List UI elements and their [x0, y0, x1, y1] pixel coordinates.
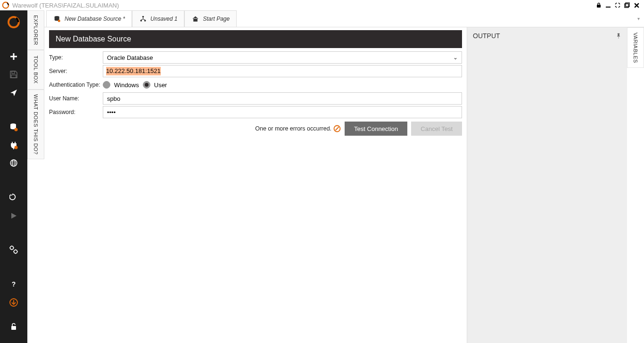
svg-point-19: [58, 19, 60, 22]
new-icon[interactable]: [5, 49, 22, 65]
output-title: OUTPUT: [473, 32, 615, 40]
username-label: User Name:: [49, 95, 103, 102]
left-docked-tabs: EXPLORER TOOL BOX WHAT DOES THIS DO?: [27, 10, 44, 343]
auth-windows-label: Windows: [114, 82, 139, 89]
svg-rect-3: [625, 4, 628, 8]
tab-start-page[interactable]: Start Page: [184, 10, 237, 27]
type-dropdown[interactable]: Oracle Database ⌄: [103, 51, 462, 64]
app-home-icon[interactable]: [5, 14, 22, 30]
document-tabs: New Database Source * Unsaved 1 Start Pa…: [44, 10, 644, 27]
lock-icon[interactable]: [594, 0, 603, 10]
main-column: New Database Source * Unsaved 1 Start Pa…: [44, 10, 644, 343]
right-docked-tabs: VARIABLES: [627, 27, 644, 343]
output-panel: OUTPUT: [467, 27, 627, 343]
password-input[interactable]: [103, 106, 462, 118]
explorer-tab[interactable]: EXPLORER: [27, 10, 44, 50]
minimize-button[interactable]: [603, 0, 613, 10]
server-label: Server:: [49, 68, 103, 74]
password-label: Password:: [49, 109, 103, 115]
auth-label: Authentication Type:: [49, 82, 103, 88]
unlock-icon[interactable]: [5, 318, 22, 335]
svg-rect-17: [11, 326, 16, 330]
tab-overflow-button[interactable]: ▾: [633, 10, 644, 27]
tab-label: Start Page: [203, 16, 230, 22]
settings-icon[interactable]: [5, 242, 22, 258]
whatdoes-tab-label: WHAT DOES THIS DO?: [33, 90, 39, 158]
svg-rect-7: [11, 75, 16, 78]
cancel-test-button: Cancel Test: [411, 122, 462, 136]
workflow-tab-icon: [139, 15, 147, 23]
tab-unsaved[interactable]: Unsaved 1: [132, 10, 184, 27]
svg-point-20: [142, 16, 144, 17]
variables-tab[interactable]: VARIABLES: [627, 27, 644, 68]
download-icon[interactable]: [5, 294, 22, 310]
type-label: Type:: [49, 54, 103, 61]
maximize-button[interactable]: [613, 0, 622, 10]
svg-point-10: [15, 146, 18, 149]
database-icon[interactable]: [5, 119, 22, 135]
error-icon: [333, 125, 341, 132]
plugin-icon[interactable]: [5, 137, 22, 153]
svg-rect-2: [606, 7, 611, 8]
app-logo-icon: [2, 1, 9, 9]
titlebar: Warewolf (TERAS\FAIZAL.SULAIMAN): [0, 0, 644, 10]
whatdoes-tab[interactable]: WHAT DOES THIS DO?: [27, 90, 44, 159]
toolbox-tab-label: TOOL BOX: [33, 52, 39, 88]
content-row: New Database Source Type: Oracle Databas…: [44, 27, 644, 343]
toolbox-tab[interactable]: TOOL BOX: [27, 50, 44, 90]
pin-icon[interactable]: [615, 33, 621, 39]
app-body: ? EXPLORER TOOL BOX WHAT DOES THIS DO? N…: [0, 10, 644, 343]
page-title: New Database Source: [49, 30, 462, 48]
error-message: One or more errors occurred.: [255, 125, 341, 132]
username-input[interactable]: [103, 92, 462, 105]
svg-point-21: [140, 20, 142, 22]
restore-button[interactable]: [622, 0, 632, 10]
help-icon[interactable]: ?: [5, 276, 22, 292]
auth-windows-radio[interactable]: [103, 81, 110, 89]
test-connection-button[interactable]: Test Connection: [345, 122, 407, 136]
variables-tab-label: VARIABLES: [633, 29, 638, 67]
close-button[interactable]: [632, 0, 641, 10]
home-tab-icon: [191, 15, 199, 23]
database-tab-icon: [53, 15, 61, 23]
server-input[interactable]: 10.222.50.181:1521: [103, 65, 462, 77]
svg-point-22: [144, 20, 146, 22]
explorer-tab-label: EXPLORER: [33, 11, 39, 49]
error-text: One or more errors occurred.: [255, 125, 331, 132]
window-title: Warewolf (TERAS\FAIZAL.SULAIMAN): [12, 2, 594, 9]
play-icon[interactable]: [5, 207, 22, 223]
auth-user-label: User: [154, 82, 167, 89]
type-value: Oracle Database: [107, 54, 153, 61]
svg-rect-1: [597, 5, 601, 8]
form-area: New Database Source Type: Oracle Databas…: [44, 27, 467, 343]
web-icon[interactable]: [5, 155, 22, 171]
save-icon[interactable]: [5, 66, 22, 82]
auth-user-radio[interactable]: [143, 81, 150, 89]
tab-label: Unsaved 1: [150, 16, 177, 22]
svg-rect-6: [12, 71, 15, 74]
svg-text:?: ?: [12, 280, 16, 288]
deploy-icon[interactable]: [5, 85, 22, 101]
chevron-down-icon: ⌄: [453, 54, 458, 61]
svg-point-9: [15, 128, 18, 131]
tab-new-db-source[interactable]: New Database Source *: [46, 10, 132, 27]
svg-rect-4: [626, 3, 629, 7]
debug-icon[interactable]: [5, 189, 22, 205]
tab-label: New Database Source *: [65, 16, 125, 22]
server-value: 10.222.50.181:1521: [106, 67, 161, 75]
sidebar: ?: [0, 10, 27, 343]
